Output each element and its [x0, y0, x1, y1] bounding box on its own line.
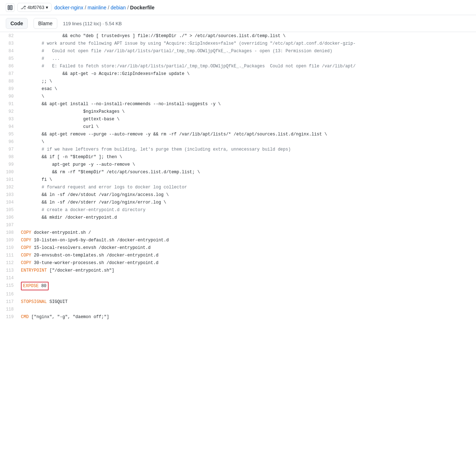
line-number: 106 — [0, 214, 18, 221]
line-number: 82 — [0, 32, 18, 40]
table-row: 82 && echo "deb [ trusted=yes ] file://$… — [0, 32, 476, 40]
breadcrumb-sep-3: / — [127, 5, 129, 10]
tab-code[interactable]: Code — [6, 18, 28, 29]
line-number: 99 — [0, 161, 18, 168]
line-content: && ln -sf /dev/stdout /var/log/nginx/acc… — [18, 191, 476, 198]
line-number: 113 — [0, 267, 18, 274]
line-content: && apt-get -o Acquire::GzipIndexes=false… — [18, 70, 476, 77]
branch-icon: ⎇ — [21, 5, 26, 10]
line-number: 117 — [0, 298, 18, 305]
line-content: EXPOSE 80 — [18, 282, 476, 290]
line-number: 114 — [0, 274, 18, 282]
line-content: && echo "deb [ trusted=yes ] file://$tem… — [18, 32, 476, 40]
breadcrumb-mainline[interactable]: mainline — [88, 5, 106, 10]
table-row: 103 && ln -sf /dev/stdout /var/log/nginx… — [0, 191, 476, 198]
line-number: 87 — [0, 70, 18, 77]
line-number: 93 — [0, 115, 18, 123]
line-content: # Could not open file /var/lib/apt/lists… — [18, 47, 476, 55]
table-row: 96 \ — [0, 138, 476, 146]
panel-toggle-icon[interactable] — [6, 3, 14, 12]
line-number: 89 — [0, 85, 18, 93]
line-number: 84 — [0, 47, 18, 55]
breadcrumb-docker-nginx[interactable]: docker-nginx — [54, 5, 83, 10]
file-meta: 119 lines (112 loc) · 5.54 KB — [63, 21, 122, 26]
tab-blame[interactable]: Blame — [34, 18, 57, 29]
line-content: && apt-get install --no-install-recommen… — [18, 100, 476, 108]
line-content: # create a docker-entrypoint.d directory — [18, 206, 476, 214]
line-number: 104 — [0, 198, 18, 206]
branch-selector[interactable]: ⎇ 4bf0763 ▾ — [17, 3, 52, 12]
table-row: 113ENTRYPOINT ["/docker-entrypoint.sh"] — [0, 267, 476, 274]
line-number: 119 — [0, 313, 18, 321]
code-container: 82 && echo "deb [ trusted=yes ] file://$… — [0, 32, 476, 321]
table-row: 112COPY 30-tune-worker-processes.sh /doc… — [0, 259, 476, 267]
line-number: 98 — [0, 153, 18, 161]
table-row: 115EXPOSE 80 — [0, 282, 476, 290]
breadcrumb-current: Dockerfile — [130, 5, 155, 10]
line-content: COPY 30-tune-worker-processes.sh /docker… — [18, 259, 476, 267]
file-header: Code Blame 119 lines (112 loc) · 5.54 KB — [0, 15, 476, 32]
line-content: ;; \ — [18, 77, 476, 85]
line-number: 85 — [0, 55, 18, 62]
line-content: CMD ["nginx", "-g", "daemon off;"] — [18, 313, 476, 321]
line-content: \ — [18, 138, 476, 146]
table-row: 118 — [0, 305, 476, 313]
table-row: 108COPY docker-entrypoint.sh / — [0, 229, 476, 236]
line-content: # ... — [18, 55, 476, 62]
table-row: 84 # Could not open file /var/lib/apt/li… — [0, 47, 476, 55]
line-content — [18, 305, 476, 313]
table-row: 117STOPSIGNAL SIGQUIT — [0, 298, 476, 305]
breadcrumb: docker-nginx / mainline / debian / Docke… — [54, 5, 155, 10]
table-row: 90 \ — [0, 93, 476, 100]
table-row: 104 && ln -sf /dev/stderr /var/log/nginx… — [0, 198, 476, 206]
table-row: 89 esac \ — [0, 85, 476, 93]
line-number: 102 — [0, 183, 18, 191]
line-content: && if [ -n "$tempDir" ]; then \ — [18, 153, 476, 161]
line-number: 88 — [0, 77, 18, 85]
line-content: fi \ — [18, 176, 476, 183]
line-content: && apt-get remove --purge --auto-remove … — [18, 130, 476, 138]
line-content: esac \ — [18, 85, 476, 93]
line-number: 96 — [0, 138, 18, 146]
code-table: 82 && echo "deb [ trusted=yes ] file://$… — [0, 32, 476, 321]
line-number: 91 — [0, 100, 18, 108]
table-row: 86 # E: Failed to fetch store:/var/lib/a… — [0, 62, 476, 70]
table-row: 106 && mkdir /docker-entrypoint.d — [0, 214, 476, 221]
table-row: 111COPY 20-envsubst-on-templates.sh /doc… — [0, 251, 476, 259]
line-content: # work around the following APT issue by… — [18, 40, 476, 47]
line-content: COPY 15-local-resolvers.envsh /docker-en… — [18, 244, 476, 251]
line-content: gettext-base \ — [18, 115, 476, 123]
line-content: ENTRYPOINT ["/docker-entrypoint.sh"] — [18, 267, 476, 274]
branch-name: 4bf0763 — [27, 5, 44, 10]
line-number: 94 — [0, 123, 18, 130]
line-content: COPY docker-entrypoint.sh / — [18, 229, 476, 236]
line-content: && mkdir /docker-entrypoint.d — [18, 214, 476, 221]
line-number: 111 — [0, 251, 18, 259]
line-number: 115 — [0, 282, 18, 290]
table-row: 109COPY 10-listen-on-ipv6-by-default.sh … — [0, 236, 476, 244]
line-content: # forward request and error logs to dock… — [18, 183, 476, 191]
line-content: COPY 20-envsubst-on-templates.sh /docker… — [18, 251, 476, 259]
line-content: \ — [18, 93, 476, 100]
table-row: 102 # forward request and error logs to … — [0, 183, 476, 191]
line-number: 105 — [0, 206, 18, 214]
table-row: 85 # ... — [0, 55, 476, 62]
line-content: # if we have leftovers from building, le… — [18, 146, 476, 153]
line-number: 110 — [0, 244, 18, 251]
line-number: 118 — [0, 305, 18, 313]
line-number: 109 — [0, 236, 18, 244]
line-content: # E: Failed to fetch store:/var/lib/apt/… — [18, 62, 476, 70]
table-row: 98 && if [ -n "$tempDir" ]; then \ — [0, 153, 476, 161]
table-row: 105 # create a docker-entrypoint.d direc… — [0, 206, 476, 214]
line-content: COPY 10-listen-on-ipv6-by-default.sh /do… — [18, 236, 476, 244]
line-number: 90 — [0, 93, 18, 100]
line-content — [18, 274, 476, 282]
line-content — [18, 290, 476, 298]
table-row: 107 — [0, 221, 476, 229]
table-row: 114 — [0, 274, 476, 282]
breadcrumb-debian[interactable]: debian — [111, 5, 126, 10]
table-row: 97 # if we have leftovers from building,… — [0, 146, 476, 153]
branch-dropdown-icon: ▾ — [46, 5, 48, 10]
line-content — [18, 221, 476, 229]
line-content: && rm -rf "$tempDir" /etc/apt/sources.li… — [18, 168, 476, 176]
